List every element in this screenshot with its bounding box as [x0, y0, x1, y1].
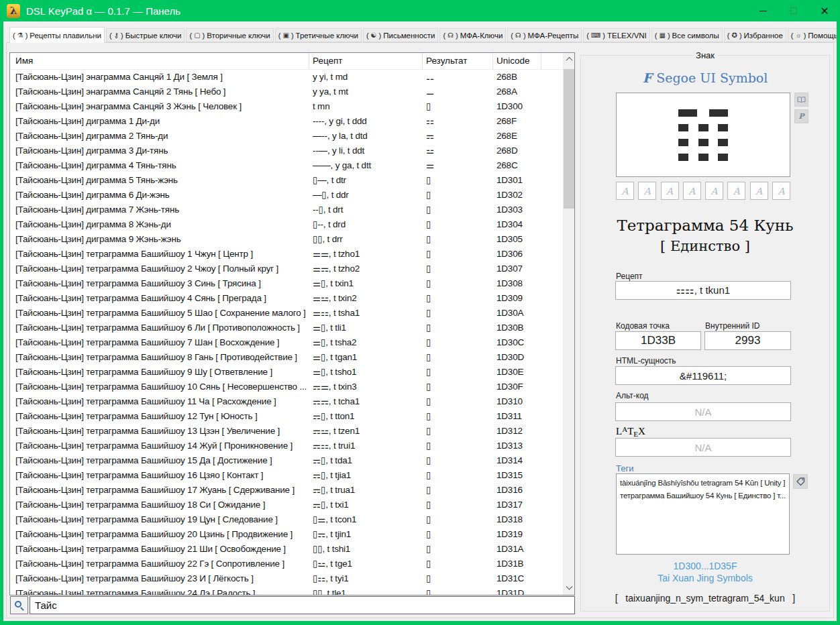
cell-code: 1D303 — [493, 203, 541, 217]
html-entity-input[interactable] — [615, 366, 791, 385]
font-variant-button[interactable]: A — [661, 182, 679, 200]
fraktur-icon: P — [798, 112, 804, 121]
table-row[interactable]: [Тайсюань-Цзин] диграмма 2 Тянь-ди—--, y… — [10, 129, 574, 144]
font-variant-button[interactable]: A — [750, 182, 768, 200]
search-input[interactable] — [30, 596, 575, 614]
maximize-button[interactable] — [778, 0, 809, 21]
table-row[interactable]: [Тайсюань-Цзин] тетраграмма Башийшоу 15 … — [10, 453, 574, 468]
table-row[interactable]: [Тайсюань-Цзин] тетраграмма Башийшоу 8 Г… — [10, 350, 574, 365]
scrollbar-down-arrow[interactable] — [564, 583, 575, 594]
font-name-label[interactable]: FSegoe UI Symbol — [581, 70, 829, 85]
cell-recipe: ----, y gi, t ddd — [309, 114, 423, 129]
latex-input[interactable] — [615, 438, 791, 457]
font-variant-button[interactable]: A — [638, 182, 656, 200]
cell-name: [Тайсюань-Цзин] тетраграмма Башийшоу 1 Ч… — [10, 247, 309, 262]
cell-result: ▯ — [423, 557, 493, 571]
table-row[interactable]: [Тайсюань-Цзин] тетраграмма Башийшоу 12 … — [10, 409, 574, 424]
table-row[interactable]: [Тайсюань-Цзин] диграмма 8 Жэнь-ди▯--, t… — [10, 217, 574, 232]
tab-Все символы[interactable]: (▦)Все символы — [651, 28, 723, 42]
table-row[interactable]: [Тайсюань-Цзин] диграмма 9 Жэнь-жэнь▯▯, … — [10, 232, 574, 247]
table-row[interactable]: [Тайсюань-Цзин] тетраграмма Башийшоу 13 … — [10, 424, 574, 439]
table-row[interactable]: [Тайсюань-Цзин] тетраграмма Башийшоу 24 … — [10, 586, 574, 595]
table-row[interactable]: [Тайсюань-Цзин] тетраграмма Башийшоу 11 … — [10, 394, 574, 409]
table-row[interactable]: [Тайсюань-Цзин] диграмма 5 Тянь-жэнь▯—, … — [10, 173, 574, 188]
tab-Рецепты плавильни[interactable]: (⚗)Рецепты плавильни — [9, 27, 105, 43]
table-row[interactable]: [Тайсюань-Цзин] тетраграмма Башийшоу 14 … — [10, 439, 574, 453]
tags-button[interactable] — [793, 474, 808, 489]
cell-recipe: ——, y ga, t dtt — [309, 158, 423, 173]
column-header[interactable]: Имя — [10, 53, 309, 69]
table-row[interactable]: [Тайсюань-Цзин] тетраграмма Башийшоу 20 … — [10, 527, 574, 542]
table-row[interactable]: [Тайсюань-Цзин] тетраграмма Башийшоу 9 Ш… — [10, 365, 574, 380]
tab-TELEX/VNI[interactable]: (⌨)TELEX/VNI — [583, 28, 650, 42]
font-icon: F — [643, 70, 652, 85]
scrollbar-thumb[interactable] — [564, 69, 575, 209]
cell-name: [Тайсюань-Цзин] тетраграмма Башийшоу 7 Ш… — [10, 335, 309, 350]
font-variant-button[interactable]: A — [705, 182, 723, 200]
codepoint-input[interactable] — [615, 331, 701, 350]
minimize-button[interactable] — [747, 0, 778, 21]
column-header[interactable]: Unicode — [493, 53, 541, 69]
table-row[interactable]: [Тайсюань-Цзин] тетраграмма Башийшоу 16 … — [10, 468, 574, 483]
table-row[interactable]: [Тайсюань-Цзин] тетраграмма Башийшоу 6 Л… — [10, 321, 574, 335]
font-variant-button[interactable]: A — [616, 182, 634, 200]
tab-label: Письменности — [383, 32, 435, 40]
cell-recipe: ⚌▯, t tli1 — [309, 321, 423, 335]
table-row[interactable]: [Тайсюань-Цзин] тетраграмма Башийшоу 2 Ч… — [10, 262, 574, 276]
font-variant-button[interactable]: A — [727, 182, 745, 200]
table-row[interactable]: [Тайсюань-Цзин] тетраграмма Башийшоу 10 … — [10, 380, 574, 394]
vertical-scrollbar[interactable] — [563, 53, 574, 595]
column-header[interactable]: Рецепт — [309, 53, 423, 69]
table-row[interactable]: [Тайсюань-Цзин] тетраграмма Башийшоу 4 С… — [10, 291, 574, 306]
table-row[interactable]: [Тайсюань-Цзин] тетраграмма Башийшоу 7 Ш… — [10, 335, 574, 350]
table-row[interactable]: [Тайсюань-Цзин] тетраграмма Башийшоу 18 … — [10, 498, 574, 512]
tab-Избранное[interactable]: (✪)Избранное — [724, 28, 786, 42]
table-row[interactable]: [Тайсюань-Цзин] энаграмма Санцяй 1 Ди [ … — [10, 70, 574, 84]
tab-Третичные ключи[interactable]: (▣)Третичные ключи — [275, 28, 362, 42]
cell-recipe: ⚎⚏, t trui1 — [309, 439, 423, 453]
table-row[interactable]: [Тайсюань-Цзин] тетраграмма Башийшоу 22 … — [10, 557, 574, 571]
range-link[interactable]: 1D300...1D35F — [581, 560, 829, 572]
cell-code: 1D308 — [493, 276, 541, 291]
cell-recipe: ⚌▯, t txin1 — [309, 276, 423, 291]
tab-Письменности[interactable]: (☯)Письменности — [363, 28, 439, 42]
cell-code: 268A — [493, 84, 541, 99]
table-row[interactable]: [Тайсюань-Цзин] диграмма 4 Тянь-тянь——, … — [10, 158, 574, 173]
cell-recipe: t mn — [309, 99, 423, 114]
cell-code: 268B — [493, 70, 541, 84]
cell-name: [Тайсюань-Цзин] тетраграмма Башийшоу 5 Ш… — [10, 306, 309, 321]
cell-result: ▯ — [423, 586, 493, 595]
tab-Быстрые ключи[interactable]: (⚷)Быстрые ключи — [106, 28, 185, 42]
table-row[interactable]: [Тайсюань-Цзин] тетраграмма Башийшоу 1 Ч… — [10, 247, 574, 262]
table-row[interactable]: [Тайсюань-Цзин] диграмма 3 Ди-тянь--—, y… — [10, 144, 574, 158]
table-row[interactable]: [Тайсюань-Цзин] энаграмма Санцяй 2 Тянь … — [10, 84, 574, 99]
recipe-input[interactable] — [615, 281, 791, 300]
search-button[interactable] — [10, 596, 28, 614]
table-row[interactable]: [Тайсюань-Цзин] тетраграмма Башийшоу 19 … — [10, 512, 574, 527]
internal-id-input[interactable] — [704, 331, 791, 350]
glyph-font-button[interactable]: P — [794, 109, 808, 123]
tab-Вторичные ключи[interactable]: (▢)Вторичные ключи — [186, 28, 273, 42]
font-variant-button[interactable]: A — [683, 182, 701, 200]
table-row[interactable]: [Тайсюань-Цзин] энаграмма Санцяй 3 Жэнь … — [10, 99, 574, 114]
alt-code-input[interactable] — [615, 402, 791, 421]
tab-МФА-Рецепты[interactable]: (☊)МФА-Рецепты — [507, 28, 582, 42]
table-row[interactable]: [Тайсюань-Цзин] тетраграмма Башийшоу 21 … — [10, 542, 574, 557]
close-button[interactable]: ✕ — [809, 0, 840, 21]
table-row[interactable]: [Тайсюань-Цзин] диграмма 7 Жэнь-тянь--▯,… — [10, 203, 574, 217]
cell-result: ▯ — [423, 365, 493, 380]
table-row[interactable]: [Тайсюань-Цзин] тетраграмма Башийшоу 5 Ш… — [10, 306, 574, 321]
range-link[interactable]: Tai Xuan Jing Symbols — [581, 572, 829, 584]
tab-Помощь[interactable]: (☼)Помощь — [788, 28, 837, 42]
scrollbar-up-arrow[interactable] — [564, 54, 575, 65]
tags-textarea[interactable] — [616, 473, 790, 555]
table-row[interactable]: [Тайсюань-Цзин] тетраграмма Башийшоу 17 … — [10, 483, 574, 498]
table-row[interactable]: [Тайсюань-Цзин] тетраграмма Башийшоу 3 С… — [10, 276, 574, 291]
glyph-book-button[interactable] — [794, 93, 808, 107]
table-row[interactable]: [Тайсюань-Цзин] тетраграмма Башийшоу 23 … — [10, 571, 574, 586]
table-row[interactable]: [Тайсюань-Цзин] диграмма 1 Ди-ди----, y … — [10, 114, 574, 129]
column-header[interactable]: Результат — [423, 53, 493, 69]
table-row[interactable]: [Тайсюань-Цзин] диграмма 6 Ди-жэнь—▯, t … — [10, 188, 574, 203]
tab-МФА-Ключи[interactable]: (☊)МФА-Ключи — [439, 28, 506, 42]
font-variant-button[interactable]: A — [772, 182, 790, 200]
